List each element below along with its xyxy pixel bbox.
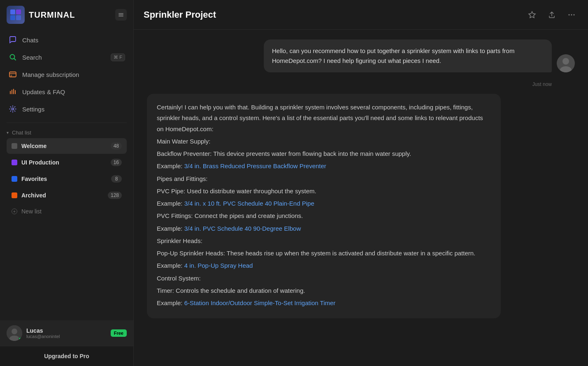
sidebar: TURMINAL Chats [0,0,134,366]
star-button[interactable] [525,8,539,21]
svg-point-21 [562,58,569,65]
chat-count-ui-production: 16 [111,159,122,166]
chat-item-archived[interactable]: Archived 128 [7,188,127,203]
svg-point-19 [574,14,575,15]
svg-point-17 [569,14,570,15]
search-label: Search [22,54,42,61]
user-email: lucas@anonintel [26,334,107,339]
chats-icon [8,35,17,44]
sidebar-item-search[interactable]: Search ⌘ F [3,49,130,66]
svg-rect-5 [119,14,123,15]
updates-faq-label: Updates & FAQ [22,88,65,95]
user-profile[interactable]: Lucas lucas@anonintel Free [0,320,133,346]
sidebar-item-updates-faq[interactable]: Updates & FAQ [3,83,130,100]
new-list-label: New list [21,208,42,215]
settings-icon [8,104,17,114]
svg-point-13 [12,108,14,110]
ai-message-bubble: Certainly! I can help you with that. Bui… [147,94,501,318]
link-pvc-fittings[interactable]: 3/4 in. PVC Schedule 40 90-Degree Elbow [184,225,301,232]
message-timestamp: Just now [147,81,575,87]
chat-name-ui-production: UI Production [21,159,107,166]
chat-count-archived: 128 [108,192,122,199]
chat-dot-archived [12,192,17,198]
link-sprinkler-head[interactable]: 4 in. Pop-Up Spray Head [184,262,253,269]
message-user: Hello, can you recommend how to put toge… [147,39,575,72]
link-pvc-pipe[interactable]: 3/4 in. x 10 ft. PVC Schedule 40 Plain-E… [184,200,314,207]
search-icon [8,53,17,62]
link-backflow-preventer[interactable]: 3/4 in. Brass Reduced Pressure Backflow … [184,162,326,169]
app-logo-icon [7,6,25,24]
logo-area: TURMINAL [7,6,75,24]
svg-rect-2 [10,15,15,20]
user-info: Lucas lucas@anonintel [26,327,107,339]
message-ai: Certainly! I can help you with that. Bui… [147,94,575,318]
chats-label: Chats [22,37,38,44]
svg-rect-12 [15,90,16,94]
chat-list-header[interactable]: ▾ Chat list [7,130,127,136]
plus-icon: + [12,208,17,214]
chat-item-favorites[interactable]: Favorites 8 [7,171,127,187]
svg-point-15 [12,329,17,334]
svg-rect-3 [16,15,21,20]
nav-divider [7,123,127,123]
chat-count-welcome: 48 [111,142,122,150]
svg-rect-10 [12,90,12,94]
search-shortcut: ⌘ F [111,53,125,61]
subscription-icon [8,70,17,79]
updates-icon [8,87,17,96]
svg-rect-1 [16,9,21,14]
user-avatar-message [557,54,575,72]
manage-subscription-label: Manage subscription [22,71,79,78]
new-list-button[interactable]: + New list [7,204,127,219]
share-button[interactable] [545,8,558,21]
svg-rect-4 [119,13,123,14]
avatar [7,325,22,341]
app-name: TURMINAL [29,10,75,20]
chevron-down-icon: ▾ [7,130,9,135]
sidebar-header: TURMINAL [0,0,133,30]
sidebar-footer: Lucas lucas@anonintel Free Upgraded to P… [0,320,133,366]
chat-dot-welcome [12,143,17,149]
chat-list-header-label: Chat list [12,130,31,136]
chat-list-section: ▾ Chat list Welcome 48 UI Production 16 … [0,126,133,220]
free-badge: Free [111,329,127,337]
more-options-button[interactable] [565,8,578,21]
chat-header: Sprinkler Project [134,0,588,30]
upgrade-label: Upgraded to Pro [44,353,89,359]
sidebar-item-settings[interactable]: Settings [3,100,130,118]
chat-title: Sprinkler Project [144,9,216,20]
chat-name-favorites: Favorites [21,176,107,182]
svg-point-7 [10,55,15,59]
chat-messages: Hello, can you recommend how to put toge… [134,30,588,366]
user-name: Lucas [26,327,107,334]
chat-item-welcome[interactable]: Welcome 48 [7,138,127,154]
svg-rect-6 [119,16,123,17]
header-actions [525,8,578,21]
online-indicator [19,337,22,341]
chat-dot-ui-production [12,160,17,165]
chat-item-ui-production[interactable]: UI Production 16 [7,155,127,170]
settings-label: Settings [22,106,44,113]
svg-rect-0 [10,9,15,14]
user-message-bubble: Hello, can you recommend how to put toge… [264,39,552,72]
chat-name-archived: Archived [21,192,104,199]
svg-rect-11 [13,89,14,94]
chat-name-welcome: Welcome [21,143,107,149]
sidebar-item-chats[interactable]: Chats [3,31,130,49]
svg-rect-9 [10,91,11,94]
sidebar-toggle-button[interactable] [115,9,127,21]
chat-count-favorites: 8 [111,175,122,183]
sidebar-item-manage-subscription[interactable]: Manage subscription [3,66,130,83]
link-timer[interactable]: 6-Station Indoor/Outdoor Simple-To-Set I… [184,299,336,306]
chat-dot-favorites [12,176,17,182]
sidebar-nav: Chats Search ⌘ F Manage subscription [0,30,133,119]
main-content: Sprinkler Project [134,0,588,366]
upgrade-banner[interactable]: Upgraded to Pro [0,346,133,366]
svg-rect-8 [9,72,16,77]
svg-point-18 [571,14,572,15]
